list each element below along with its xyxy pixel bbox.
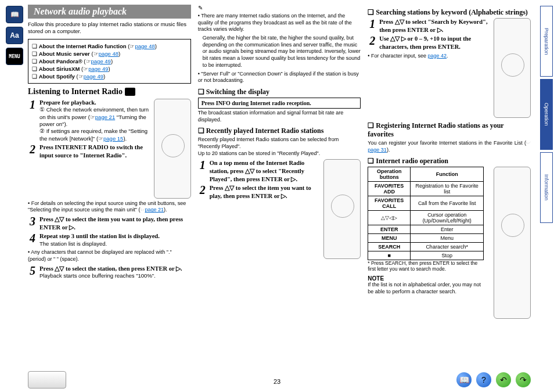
footer-help-icon[interactable]: ? xyxy=(476,372,491,387)
intro-text: Follow this procedure to play Internet r… xyxy=(28,21,191,35)
book-icon[interactable]: 📖 xyxy=(6,6,23,23)
search-heading: Searching stations by keyword (Alphabeti… xyxy=(368,8,531,17)
switch-box: Press INFO during Internet radio recepti… xyxy=(198,98,361,109)
link-p48a[interactable]: page 48 xyxy=(135,43,154,49)
remote-illustration-3 xyxy=(494,18,531,118)
step2-title: Press INTERNET RADIO to switch the input… xyxy=(39,144,143,159)
remote-illustration-1 xyxy=(154,99,191,199)
step-num-4: 4 xyxy=(28,232,37,247)
recent-d1: Recently played Internet Radio stations … xyxy=(198,136,361,150)
operation-table: Operation buttonsFunction FAVORITES ADDR… xyxy=(368,167,484,260)
menu-icon[interactable]: MENU xyxy=(6,48,23,65)
footer-forward-icon[interactable]: ↷ xyxy=(516,372,531,387)
remote-illustration-4 xyxy=(494,167,531,319)
page-title: Network audio playback xyxy=(28,5,191,19)
remote-illustration-2 xyxy=(323,159,361,259)
footer-book-icon[interactable]: 📖 xyxy=(456,372,472,387)
warn-heading: NOTE xyxy=(368,275,484,282)
search-step2: Use △▽ ▷ or 0 – 9, +10 to input the char… xyxy=(379,35,471,50)
switching-heading: Switching the display xyxy=(198,88,361,96)
link-p48b[interactable]: page 48 xyxy=(99,51,118,57)
recent-num-1: 1 xyxy=(198,159,207,183)
listening-heading: Listening to Internet Radio xyxy=(28,87,191,96)
link-p49c[interactable]: page 49 xyxy=(84,73,103,80)
search-num-2: 2 xyxy=(368,35,377,51)
link-sirius: About SiriusXM xyxy=(39,66,80,72)
recent-d2: Up to 20 stations can be stored in "Rece… xyxy=(198,150,361,157)
search-step1: Press △▽ to select "Search by Keyword", … xyxy=(379,19,487,33)
tab-preparation[interactable]: Preparation xyxy=(540,6,553,77)
links-box: ❏ About the Internet Radio function (☞pa… xyxy=(28,39,191,84)
step3-title: Press △▽ to select the item you want to … xyxy=(39,216,183,231)
aa-icon[interactable]: Aa xyxy=(6,27,23,44)
device-thumbnail[interactable] xyxy=(28,371,66,389)
step-num-2: 2 xyxy=(28,143,37,159)
note-chars: Any characters that cannot be displayed … xyxy=(28,249,191,262)
step1-title: Prepare for playback. xyxy=(39,99,152,107)
c2-p1: There are many Internet radio stations o… xyxy=(198,13,361,33)
c2-p2: Generally, the higher the bit rate, the … xyxy=(203,35,361,69)
link-pandora: About Pandora® xyxy=(39,58,82,64)
step5-title: Press △▽ to select the station, then pre… xyxy=(39,265,182,272)
recent-heading: Recently played Internet Radio stations xyxy=(198,127,361,135)
pencil-icon: ✎ xyxy=(198,5,361,11)
link-p21[interactable]: page 21 xyxy=(95,114,115,120)
link-p49b[interactable]: page 49 xyxy=(88,66,108,72)
link-p21b[interactable]: page 21 xyxy=(145,207,164,213)
c2-p3: "Server Full" or "Connection Down" is di… xyxy=(198,71,361,84)
recent-step1: On a top menu of the Internet Radio stat… xyxy=(210,160,305,182)
link-p42[interactable]: page 42 xyxy=(428,53,447,59)
register-heading: Registering Internet Radio stations as y… xyxy=(368,121,531,139)
link-music: About Music server xyxy=(39,51,90,57)
page-number: 23 xyxy=(274,378,280,385)
recent-num-2: 2 xyxy=(198,184,207,200)
star-note: * Press SEARCH, then press ENTER to sele… xyxy=(368,260,484,272)
link-p15[interactable]: page 15 xyxy=(103,135,123,142)
link-radio: About the Internet Radio function xyxy=(39,43,127,49)
step4-title: Repeat step 3 until the station list is … xyxy=(39,233,160,239)
link-p49a[interactable]: page 49 xyxy=(91,58,111,64)
operation-heading: Internet radio operation xyxy=(368,157,531,166)
media-icon xyxy=(125,88,135,96)
link-spotify: About Spotify xyxy=(39,73,75,80)
footer-back-icon[interactable]: ↶ xyxy=(496,372,511,387)
warn-text: If the list is not in alphabetical order… xyxy=(368,282,484,295)
step-num-1: 1 xyxy=(28,99,37,142)
register-desc: You can register your favorite Internet … xyxy=(368,140,531,153)
search-num-1: 1 xyxy=(368,18,377,34)
recent-step2: Press △▽ to select the item you want to … xyxy=(210,185,311,199)
tab-information[interactable]: Information xyxy=(540,152,553,223)
note-input-source: For details on selecting the input sourc… xyxy=(28,200,191,214)
tab-operation[interactable]: Operation xyxy=(540,79,553,150)
step-num-5: 5 xyxy=(28,265,37,280)
step-num-3: 3 xyxy=(28,215,37,231)
link-p31[interactable]: page 31 xyxy=(368,147,387,153)
switch-desc: The broadcast station information and si… xyxy=(198,110,361,123)
